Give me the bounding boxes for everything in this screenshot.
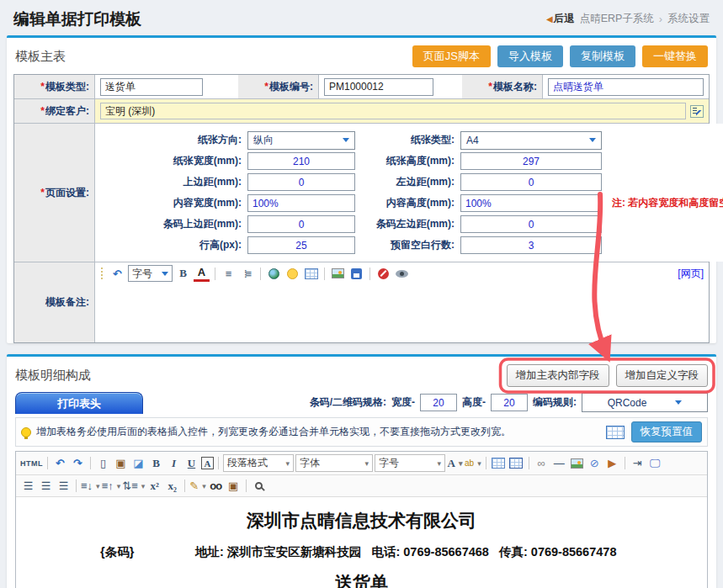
page-js-script-button[interactable]: 页面JS脚本: [412, 45, 491, 67]
font-size-select[interactable]: 字号: [128, 265, 173, 282]
chevron-down-icon: ▾: [285, 459, 290, 468]
settings-row-paper-size: 纸张宽度(mm): 纸张高度(mm):: [100, 151, 723, 172]
paste-icon[interactable]: ▣: [226, 478, 242, 494]
chevron-down-icon: ▾: [364, 459, 369, 468]
paragraph-spacing-icon[interactable]: ≡↓▾: [81, 478, 100, 494]
font-box-icon[interactable]: A: [201, 457, 214, 469]
new-doc-icon[interactable]: ▯: [95, 455, 111, 471]
undo-icon[interactable]: ↶: [52, 455, 68, 471]
font-family-select[interactable]: 字体▾: [295, 454, 373, 472]
italic-icon[interactable]: I: [166, 455, 182, 471]
one-key-replace-button[interactable]: 一键替换: [642, 45, 708, 67]
fullscreen-icon[interactable]: 🖵: [647, 455, 663, 471]
attachment-icon[interactable]: ⊘: [587, 455, 603, 471]
font-color-icon[interactable]: A: [194, 266, 210, 282]
edit-table-icon[interactable]: [303, 266, 319, 282]
toolbar-divider: [76, 479, 77, 492]
import-template-button[interactable]: 导入模板: [497, 45, 563, 67]
content-height-input[interactable]: [460, 194, 602, 212]
paste-text-icon[interactable]: ▣: [113, 455, 129, 471]
image-icon[interactable]: [569, 455, 585, 471]
format-brush-icon[interactable]: ✎▾: [189, 478, 205, 494]
blank-rows-input[interactable]: [460, 236, 602, 254]
link-icon[interactable]: ∞: [534, 455, 550, 471]
font-color-icon[interactable]: A▾: [447, 455, 463, 471]
paper-type-select[interactable]: A4: [460, 131, 602, 150]
back-label: 后退: [554, 13, 575, 24]
client-picker-icon[interactable]: [690, 105, 704, 118]
tab-print-header[interactable]: 打印表头: [15, 392, 143, 414]
encode-rule-select[interactable]: QRCode: [582, 393, 708, 412]
paper-width-input[interactable]: [247, 152, 355, 170]
line-spacing-icon[interactable]: ≡↑▾: [102, 478, 121, 494]
align-icon[interactable]: ≡: [221, 266, 237, 282]
eraser-icon[interactable]: ◪: [130, 455, 146, 471]
find-icon[interactable]: oo: [208, 478, 224, 494]
required-mark: *: [40, 105, 45, 117]
barcode-height-input[interactable]: [491, 394, 528, 411]
add-master-field-button[interactable]: 增加主表内部字段: [507, 364, 609, 387]
paper-orientation-select[interactable]: 纵向: [247, 131, 355, 150]
hr-icon[interactable]: —: [551, 455, 567, 471]
required-mark: *: [488, 81, 492, 93]
preview-eye-icon[interactable]: [394, 266, 410, 282]
form-row-remark: 模板备注: ↶ 字号 B A ≡ ⁞≡: [14, 262, 709, 342]
line-height-input[interactable]: [247, 236, 355, 254]
toolbar-divider: [529, 457, 529, 469]
preview-zoom-icon[interactable]: [251, 478, 267, 494]
superscript-icon[interactable]: x²: [146, 478, 162, 494]
align-left-icon[interactable]: ☰: [20, 478, 36, 494]
table-props-icon[interactable]: [508, 455, 524, 471]
font-size-select[interactable]: 字号▾: [375, 454, 445, 472]
highlight-icon[interactable]: ab▾: [465, 455, 481, 471]
underline-icon[interactable]: U: [183, 455, 199, 471]
barcode-left-margin-input[interactable]: [460, 215, 602, 233]
webpage-link[interactable]: [网页]: [678, 267, 704, 281]
restore-defaults-button[interactable]: 恢复预置值: [631, 421, 703, 442]
align-center-icon[interactable]: ☰: [38, 478, 54, 494]
bold-icon[interactable]: B: [148, 455, 164, 471]
back-button[interactable]: ◀后退: [546, 12, 575, 26]
remark-text-area[interactable]: [95, 284, 709, 342]
add-custom-field-button[interactable]: 增加自定义字段: [616, 364, 709, 387]
paper-height-label: 纸张高度(mm):: [355, 154, 455, 168]
media-icon[interactable]: ▶: [604, 455, 620, 471]
barcode-width-input[interactable]: [420, 394, 457, 411]
template-code-input[interactable]: [324, 78, 433, 96]
indent-icon[interactable]: ⇥: [630, 455, 646, 471]
no-print-icon[interactable]: [375, 266, 391, 282]
undo-icon[interactable]: ↶: [109, 266, 125, 282]
emoticon-icon[interactable]: [284, 266, 300, 282]
insert-table-icon[interactable]: [606, 426, 625, 439]
image-icon[interactable]: [330, 266, 346, 282]
left-margin-input[interactable]: [460, 173, 602, 191]
subscript-icon[interactable]: x₂: [164, 478, 180, 494]
editor-toolbar-row1: HTML ↶ ↷ ▯ ▣ ◪ B I U A 段落格式▾ 字体▾ 字号▾ A▾ …: [16, 452, 707, 475]
bound-client-input[interactable]: [100, 103, 686, 119]
bold-icon[interactable]: B: [175, 266, 191, 282]
save-html-icon[interactable]: [348, 266, 364, 282]
redo-icon[interactable]: ↷: [70, 455, 86, 471]
top-margin-input[interactable]: [247, 173, 355, 191]
list-spacing-icon[interactable]: ⇅≡▾: [122, 478, 145, 494]
toolbar-drag-handle[interactable]: [100, 267, 104, 280]
document-content[interactable]: 深圳市点晴信息技术有限公司 {条码} 地址: 深圳市宝安区新塘科技园 电话: 0…: [16, 497, 707, 588]
form-row-basic: *模板类型: *模板编号: *模板名称:: [14, 75, 709, 99]
breadcrumb-app[interactable]: 点晴ERP子系统: [580, 12, 654, 26]
paper-type-label: 纸张类型:: [355, 133, 455, 147]
ordered-list-icon[interactable]: ⁞≡: [239, 266, 255, 282]
copy-template-button[interactable]: 复制模板: [570, 45, 635, 67]
remark-toolbar: ↶ 字号 B A ≡ ⁞≡ [网页]: [95, 262, 709, 284]
breadcrumb-page[interactable]: 系统设置: [667, 12, 710, 26]
template-type-input[interactable]: [100, 78, 203, 96]
barcode-height-label: 高度-: [462, 395, 486, 410]
html-source-icon[interactable]: HTML: [20, 455, 43, 471]
template-name-input[interactable]: [548, 78, 704, 96]
content-width-input[interactable]: [247, 194, 355, 212]
link-globe-icon[interactable]: [266, 266, 282, 282]
align-right-icon[interactable]: ☰: [56, 478, 72, 494]
paper-height-input[interactable]: [460, 152, 602, 170]
barcode-top-margin-input[interactable]: [247, 215, 355, 233]
paragraph-format-select[interactable]: 段落格式▾: [223, 454, 294, 472]
insert-table-icon[interactable]: [491, 455, 507, 471]
